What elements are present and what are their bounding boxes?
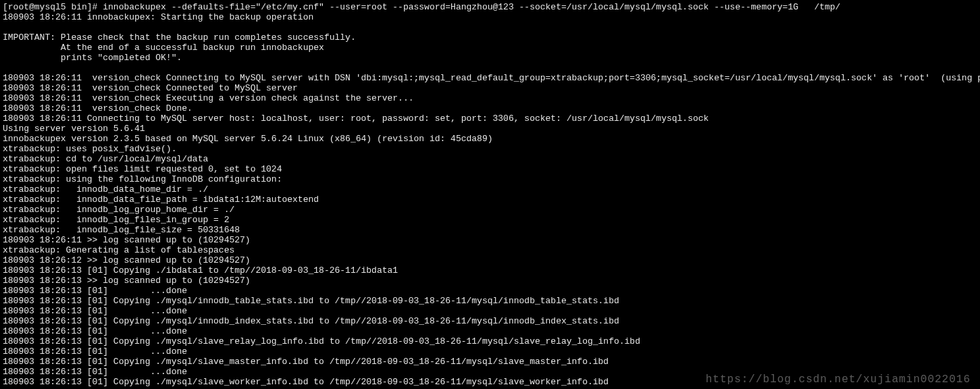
terminal-line: innobackupex version 2.3.5 based on MySQ… (3, 134, 977, 144)
terminal-line: At the end of a successful backup run in… (3, 43, 977, 53)
terminal-line: 180903 18:26:13 [01] ...done (3, 326, 977, 336)
terminal-line: xtrabackup: innodb_data_home_dir = ./ (3, 184, 977, 194)
terminal-line: prints "completed OK!". (3, 53, 977, 63)
terminal-line: 180903 18:26:13 [01] ...done (3, 367, 977, 377)
terminal-line: IMPORTANT: Please check that the backup … (3, 32, 977, 43)
terminal-line: Using server version 5.6.41 (3, 124, 977, 134)
terminal-line: 180903 18:26:13 >> log scanned up to (10… (3, 276, 977, 286)
terminal-line: 180903 18:26:13 [01] Copying ./mysql/sla… (3, 336, 977, 346)
terminal-output[interactable]: [root@mysql5 bin]# innobackupex --defaul… (0, 0, 980, 389)
terminal-line: 180903 18:26:13 [01] Copying ./mysql/inn… (3, 316, 977, 326)
terminal-line: xtrabackup: innodb_log_files_in_group = … (3, 215, 977, 225)
terminal-line: 180903 18:26:13 [01] ...done (3, 286, 977, 296)
terminal-line: 180903 18:26:13 [01] Copying ./mysql/inn… (3, 296, 977, 306)
terminal-line: 180903 18:26:13 [01] Copying ./mysql/sla… (3, 377, 977, 387)
terminal-line: 180903 18:26:13 [01] Copying ./mysql/sla… (3, 357, 977, 367)
terminal-line: 180903 18:26:11 version_check Connected … (3, 83, 977, 93)
terminal-line: 180903 18:26:11 version_check Done. (3, 103, 977, 113)
terminal-line: xtrabackup: open files limit requested 0… (3, 164, 977, 174)
terminal-line: xtrabackup: cd to /usr/local/mysql/data (3, 154, 977, 164)
terminal-line: 180903 18:26:11 version_check Executing … (3, 93, 977, 103)
terminal-line (3, 22, 977, 32)
terminal-line: xtrabackup: innodb_log_group_home_dir = … (3, 205, 977, 215)
terminal-line: 180903 18:26:11 innobackupex: Starting t… (3, 12, 977, 22)
terminal-line: 180903 18:26:11 >> log scanned up to (10… (3, 235, 977, 245)
terminal-line: 180903 18:26:13 [01] Copying ./ibdata1 t… (3, 265, 977, 276)
terminal-line: xtrabackup: Generating a list of tablesp… (3, 245, 977, 255)
terminal-line: xtrabackup: using the following InnoDB c… (3, 174, 977, 184)
terminal-line: 180903 18:26:11 Connecting to MySQL serv… (3, 113, 977, 124)
terminal-line: 180903 18:26:13 [01] ...done (3, 346, 977, 357)
terminal-line (3, 63, 977, 73)
terminal-line: 180903 18:26:12 >> log scanned up to (10… (3, 255, 977, 265)
terminal-line: [root@mysql5 bin]# innobackupex --defaul… (3, 2, 977, 12)
terminal-line: xtrabackup: innodb_data_file_path = ibda… (3, 194, 977, 205)
terminal-line: 180903 18:26:11 version_check Connecting… (3, 73, 977, 83)
terminal-line: xtrabackup: uses posix_fadvise(). (3, 144, 977, 154)
terminal-line: 180903 18:26:13 [01] ...done (3, 306, 977, 316)
terminal-line: xtrabackup: innodb_log_file_size = 50331… (3, 225, 977, 235)
